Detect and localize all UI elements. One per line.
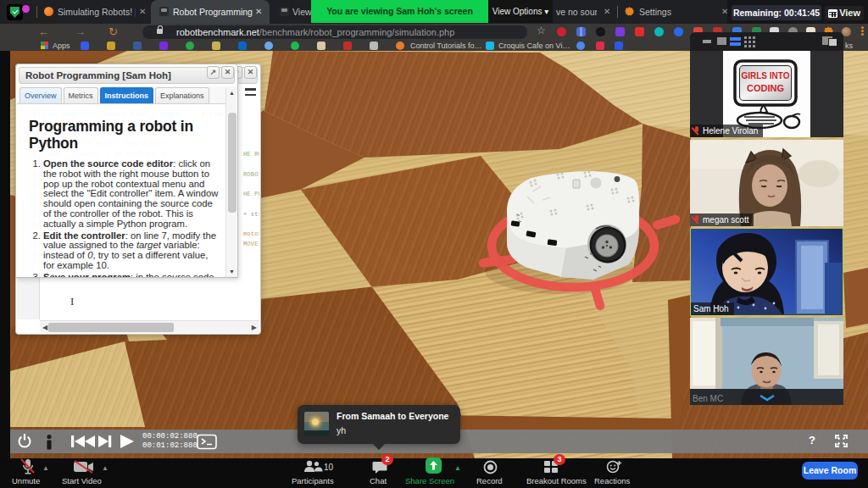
svg-text:GIRLS INTO: GIRLS INTO: [741, 71, 789, 80]
svg-text:CODING: CODING: [747, 83, 784, 93]
